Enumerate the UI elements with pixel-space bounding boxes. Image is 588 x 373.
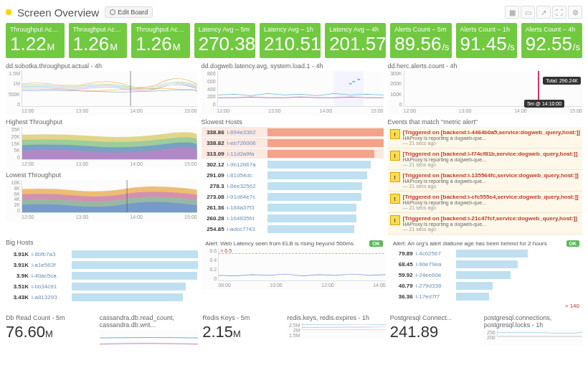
lowest-throughput-panel: Lowest Throughput 10K8K6K4K2K0 12:0013:0…: [6, 171, 197, 222]
list-item[interactable]: 3.91Ki-a1e563f: [6, 260, 198, 270]
list-item[interactable]: 260.28i-164835fd: [201, 213, 384, 223]
list-item[interactable]: 302.12i-9b12867a: [201, 159, 384, 169]
chart-title: dd.dogweb.latency.avg, system.load.1 - 4…: [201, 62, 384, 70]
pg-panel: Postgresql Connect... 241.89: [390, 314, 480, 346]
row-value: 278.3: [201, 183, 227, 189]
fullscreen-icon[interactable]: ⛶: [552, 6, 566, 19]
tile-value: 210.51: [264, 33, 321, 55]
edit-board-button[interactable]: Edit Board: [105, 6, 153, 18]
list-item[interactable]: 291.09i-81d54dc: [201, 170, 384, 180]
lowest-chart[interactable]: 10K8K6K4K2K0 12:0013:0014:0015:00: [6, 180, 197, 222]
list-item[interactable]: 3.91Ki-8bfb7a3: [6, 249, 198, 259]
panel-title: Slowest Hosts: [201, 118, 384, 126]
list-item[interactable]: 254.85i-adcc7743: [201, 224, 384, 234]
event-subtitle: HAProxy is reporting a dogweb-que...: [403, 136, 580, 141]
layout-icon[interactable]: ▦: [505, 6, 519, 19]
list-item[interactable]: 261.36i-184a37f3: [201, 202, 384, 212]
event-item[interactable]: ![Triggered on [backend:i-cfc555e4,servi…: [388, 192, 582, 213]
value: 241.89: [390, 323, 438, 341]
big-hosts-list: 3.91Ki-8bfb7a33.91Ki-a1e563f3.9Ki-40ac5c…: [6, 249, 198, 303]
tile-label: Alerts Count – 1h: [460, 26, 513, 33]
share-icon[interactable]: ↗: [536, 6, 551, 19]
event-time: — 21 secs ago: [403, 205, 580, 210]
list-item[interactable]: 79.89i-4c62567: [390, 248, 582, 258]
row-value: 273.08: [201, 194, 227, 200]
kpi-tile[interactable]: Throughput Actual –...1.26M: [69, 23, 128, 58]
kpi-tile[interactable]: Alerts Count – 5m89.56/s: [390, 23, 451, 58]
row-label: i-17ed7f7: [416, 293, 456, 300]
kpi-tile[interactable]: Latency Avg – 4h201.57: [325, 23, 386, 58]
tile-value: 89.56: [394, 33, 441, 55]
kpi-tile[interactable]: Alerts Count – 4h92.55/s: [521, 23, 582, 58]
pg-chart[interactable]: 250200: [484, 330, 582, 346]
list-item[interactable]: 40.79i-279d338: [390, 280, 582, 291]
kpi-tile[interactable]: Throughput Actual –...1.22M: [6, 23, 65, 58]
value: 2.15: [202, 323, 233, 341]
list-item[interactable]: 3.9Ki-40ac5ca: [6, 270, 198, 280]
list-item[interactable]: 59.92i-24ee60e: [390, 270, 582, 280]
slowest-hosts-list: 338.86i-894e3362338.82i-eb726006313.09i-…: [201, 127, 384, 234]
alerts-chart[interactable]: 300K200K100K0 Total: 296.24K 5m @ 14:10:…: [388, 71, 582, 115]
event-subtitle: HAProxy is reporting a dogweb-que...: [403, 157, 580, 162]
panel-title: Big Hosts: [6, 239, 198, 246]
redis-chart[interactable]: 2.5M2M1.5M: [288, 323, 386, 339]
status-badge: OK: [369, 240, 383, 247]
list-item[interactable]: 313.09i-11d2a9fa: [201, 148, 384, 159]
event-item[interactable]: ![Triggered on [backend:i-21c47fcf,servi…: [388, 213, 582, 235]
svg-point-3: [352, 81, 356, 82]
list-item[interactable]: 273.08i-91d64e7c: [201, 192, 384, 202]
bottom-row: Db Read Count - 5m 76.60M cassandra.db.r…: [6, 314, 582, 346]
second-row: Big Hosts 3.91Ki-8bfb7a33.91Ki-a1e563f3.…: [6, 239, 582, 310]
tile-value: 91.45: [460, 33, 507, 55]
status-badge: OK: [566, 240, 580, 247]
svg-point-4: [357, 79, 361, 80]
settings-icon[interactable]: ⚙: [568, 6, 582, 19]
kpi-tile[interactable]: Latency Avg – 1h210.51: [260, 23, 321, 58]
tile-label: Throughput Actual –...: [73, 26, 123, 33]
row-label: i-40ac5ca: [32, 273, 72, 279]
event-item[interactable]: ![Triggered on [backend:i-135564fc,servi…: [388, 170, 582, 192]
list-item[interactable]: 3.43Ki-a813293: [6, 292, 198, 302]
list-item[interactable]: 338.82i-eb726006: [201, 138, 384, 148]
latency-chart[interactable]: 8006004002000 12:0013:0014:0015:00: [201, 71, 384, 115]
left-column: dd.sobotka.throughput.actual - 4h 1.5M1M…: [6, 62, 197, 235]
event-item[interactable]: ![Triggered on [backend:i-4464b0a5,servi…: [388, 127, 582, 148]
event-item[interactable]: ![Triggered on [backend:i-f74cf81b,servi…: [388, 148, 582, 170]
row-value: 261.36: [201, 204, 227, 211]
kpi-tile[interactable]: Throughput Actual –...1.26M: [131, 23, 190, 58]
warning-icon: !: [390, 215, 400, 225]
tile-unit: M: [110, 42, 118, 52]
alert-org-list: 79.89i-4c6256768.45i-90e79ea59.92i-24ee6…: [390, 248, 582, 302]
label: cassandra.db.read_count, cassandra.db.wr…: [100, 314, 198, 329]
event-title: [Triggered on [backend:i-135564fc,servic…: [403, 172, 580, 179]
tile-value: 270.38: [199, 33, 256, 55]
events-panel: Events that match "metric alert" ![Trigg…: [388, 118, 582, 235]
list-item[interactable]: 278.3i-8ee32562: [201, 181, 384, 191]
kpi-tile[interactable]: Alerts Count – 1h91.45/s: [456, 23, 517, 58]
list-item[interactable]: 3.51Ki-bb34c91: [6, 281, 198, 291]
highest-chart[interactable]: 35K20K15K5K0 12:0013:0014:0015:00: [6, 127, 197, 169]
main-row: dd.sobotka.throughput.actual - 4h 1.5M1M…: [6, 62, 582, 235]
row-label: i-8bfb7a3: [32, 251, 72, 258]
warning-icon: !: [390, 194, 400, 204]
db-read-panel: Db Read Count - 5m 76.60M: [6, 314, 95, 346]
edit-board-label: Edit Board: [118, 9, 148, 16]
alerts-chart-panel: dd.herc.alerts.count - 4h 300K200K100K0 …: [388, 62, 582, 115]
tile-label: Throughput Actual –...: [10, 26, 60, 33]
alert-web-chart[interactable]: 0.60.40.20 > 0.5 08:0010:0012:0014:00: [202, 248, 385, 290]
row-label: i-a813293: [32, 294, 72, 301]
list-item[interactable]: 36.36i-17ed7f7: [390, 291, 582, 301]
tile-unit: /s: [508, 42, 515, 52]
tv-icon[interactable]: ▭: [521, 6, 535, 19]
event-subtitle: HAProxy is reporting a dogweb-que...: [403, 179, 580, 184]
kpi-tile[interactable]: Latency Avg – 5m270.38: [194, 23, 255, 58]
row-value: 40.79: [390, 283, 416, 289]
row-value: 3.43K: [6, 294, 32, 301]
row-label: i-bb34c91: [32, 283, 72, 290]
throughput-chart[interactable]: 1.5M1M500K0 12:0013:0014:0015:00: [6, 71, 197, 115]
list-item[interactable]: 338.86i-894e3362: [201, 127, 384, 137]
tile-unit: M: [47, 42, 55, 52]
row-label: i-90e79ea: [416, 261, 456, 268]
tile-label: Latency Avg – 5m: [199, 26, 251, 33]
list-item[interactable]: 68.45i-90e79ea: [390, 259, 582, 269]
